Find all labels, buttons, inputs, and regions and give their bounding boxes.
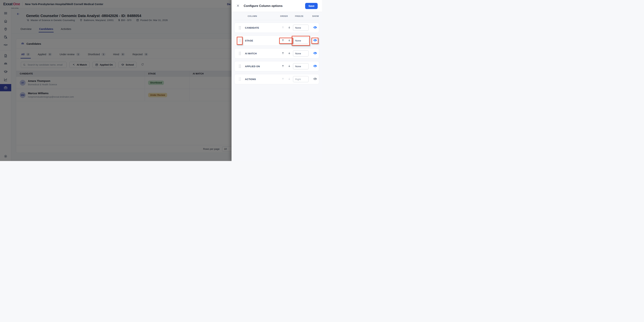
arrow-down-icon	[288, 64, 291, 68]
drag-handle	[239, 78, 241, 81]
show-toggle[interactable]	[313, 64, 318, 69]
modal-dim-overlay[interactable]	[0, 0, 232, 161]
config-table-header: COLUMN ORDER FREEZE SHOW	[234, 12, 319, 20]
arrow-up-icon	[282, 64, 284, 68]
freeze-select[interactable]: Right	[293, 76, 308, 82]
drawer-body: COLUMN ORDER FREEZE SHOW CANDIDATENoneST…	[232, 12, 322, 161]
arrow-up-icon	[282, 26, 284, 29]
drag-handle[interactable]	[239, 39, 241, 42]
move-down-button[interactable]	[287, 51, 291, 56]
config-column-label: AI MATCH	[245, 52, 257, 55]
drag-handle[interactable]	[239, 65, 241, 68]
config-column-label: CANDIDATE	[245, 26, 259, 29]
config-rows: CANDIDATENoneSTAGENoneAI MATCHNoneAPPLIE…	[234, 23, 319, 84]
drawer-title: Configure Column options	[244, 4, 282, 8]
eye-icon	[313, 51, 317, 56]
close-icon	[236, 4, 240, 8]
drawer-header: Configure Column options Save	[232, 0, 322, 12]
freeze-select[interactable]: None	[293, 25, 308, 31]
show-toggle[interactable]	[313, 38, 318, 43]
freeze-select[interactable]: None	[293, 63, 308, 69]
config-column-label: STAGE	[245, 39, 253, 42]
header-column: COLUMN	[248, 15, 257, 17]
move-down-button[interactable]	[287, 64, 291, 68]
move-up-button[interactable]	[281, 51, 285, 56]
move-down-button[interactable]	[287, 25, 291, 30]
move-up-button[interactable]	[281, 64, 285, 68]
config-row-stage: STAGENone	[234, 35, 319, 46]
eye-icon	[313, 25, 317, 30]
show-toggle	[313, 77, 318, 82]
move-up-button[interactable]	[281, 38, 285, 43]
close-drawer-button[interactable]	[236, 3, 240, 8]
config-column-label: ACTIONS	[245, 78, 256, 81]
arrow-up-icon	[282, 77, 284, 81]
move-up-button	[281, 77, 285, 81]
show-toggle[interactable]	[313, 25, 318, 30]
app-root: Exxat One FOR SITES New York-Presbyteria…	[0, 0, 322, 161]
config-row-applied-on: APPLIED ONNone	[234, 61, 319, 71]
header-freeze: FREEZE	[295, 15, 304, 17]
configure-columns-drawer: Configure Column options Save COLUMN ORD…	[232, 0, 322, 161]
save-button[interactable]: Save	[305, 3, 318, 9]
drag-handle[interactable]	[239, 26, 241, 29]
arrow-down-icon	[288, 52, 291, 55]
arrow-down-icon	[288, 77, 291, 81]
eye-icon	[313, 38, 317, 43]
move-down-button	[287, 77, 291, 81]
eye-icon	[313, 64, 317, 69]
move-down-button[interactable]	[287, 38, 291, 43]
freeze-select[interactable]: None	[293, 37, 308, 44]
arrow-up-icon	[282, 39, 284, 42]
show-toggle[interactable]	[313, 51, 318, 56]
header-order: ORDER	[280, 15, 288, 17]
arrow-down-icon	[288, 26, 291, 29]
arrow-up-icon	[282, 52, 284, 55]
drag-handle[interactable]	[239, 52, 241, 55]
arrow-down-icon	[288, 39, 291, 42]
freeze-select[interactable]: None	[293, 50, 308, 56]
move-up-button	[281, 25, 285, 30]
config-row-ai-match: AI MATCHNone	[234, 48, 319, 58]
config-column-label: APPLIED ON	[245, 65, 260, 68]
config-row-actions: ACTIONSRight	[234, 74, 319, 84]
header-show: SHOW	[312, 15, 319, 17]
eye-icon	[313, 77, 317, 81]
config-row-candidate: CANDIDATENone	[234, 23, 319, 33]
